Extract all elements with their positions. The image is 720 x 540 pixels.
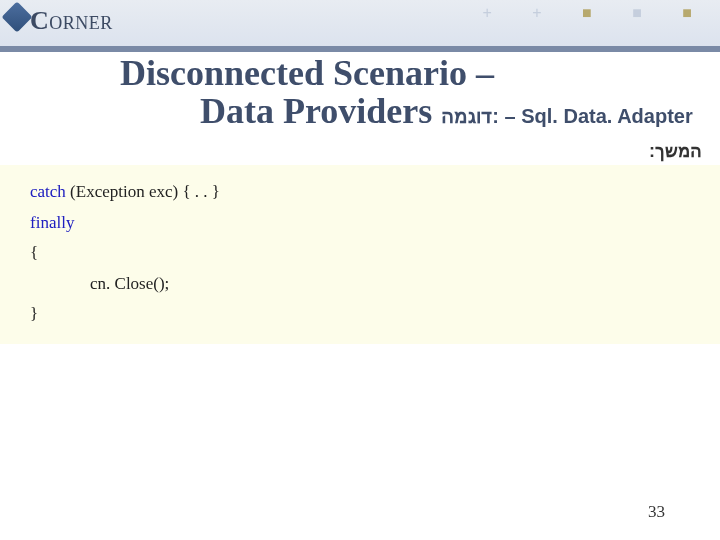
header-band: CORNER + + ■ ■ ■ — [0, 0, 720, 52]
continuation-label: המשך: — [649, 140, 702, 162]
page-number: 33 — [648, 502, 665, 522]
slide-title: Disconnected Scenario – Data Providers ד… — [120, 55, 693, 131]
kw-catch: catch — [30, 182, 66, 201]
logo-text-rest: ORNER — [49, 13, 113, 33]
slide: CORNER + + ■ ■ ■ Disconnected Scenario –… — [0, 0, 720, 540]
code-line-finally: finally — [30, 208, 690, 239]
code-block: catch (Exception exc) { . . } finally { … — [0, 165, 720, 344]
title-line2: Data Providers דוגמה: – Sql. Data. Adapt… — [200, 93, 693, 131]
code-line-open-brace: { — [30, 238, 690, 269]
code-line-close: cn. Close(); — [30, 269, 690, 300]
title-eng: Sql. Data. Adapter — [521, 105, 693, 127]
title-line2-main: Data Providers — [200, 91, 441, 131]
corner-logo: CORNER — [6, 6, 113, 36]
code-line-close-brace: } — [30, 299, 690, 330]
title-heb: דוגמה: — [441, 105, 499, 127]
title-dash: – — [499, 105, 521, 127]
title-line1: Disconnected Scenario – — [120, 55, 693, 93]
code-line-catch: catch (Exception exc) { . . } — [30, 177, 690, 208]
kw-finally: finally — [30, 213, 74, 232]
logo-text: CORNER — [30, 6, 113, 36]
logo-diamond-icon — [1, 1, 32, 32]
header-decor: + + ■ ■ ■ — [483, 4, 710, 22]
code-catch-rest: (Exception exc) { . . } — [66, 182, 220, 201]
